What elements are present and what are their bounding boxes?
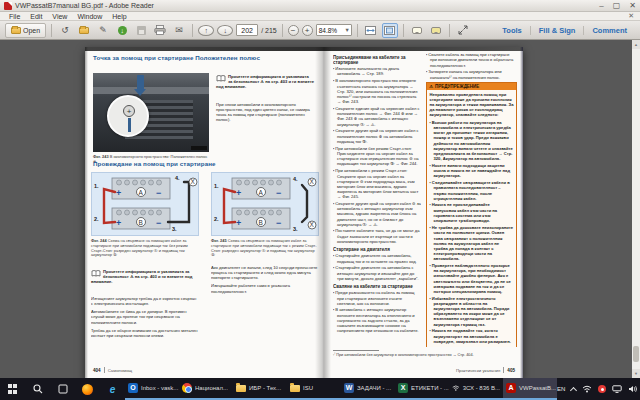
menu-item[interactable]: Help — [107, 13, 131, 20]
battery-a-label: A — [139, 189, 144, 196]
bullet-item: При автомобили без режим Старт-стоп: При… — [333, 146, 421, 167]
scroll-up-icon[interactable]: ▲ — [632, 40, 640, 49]
menu-items: FileEditViewWindowHelp — [4, 13, 132, 20]
figure-caption-text: Схема на свързване на помощния кабел за … — [211, 238, 317, 257]
next-page-button[interactable]: ↓ — [217, 25, 233, 36]
send-icon: ↺ — [61, 25, 69, 35]
annotate-button[interactable] — [428, 23, 444, 38]
email-button[interactable]: ✉ — [171, 23, 187, 38]
updater-tray-icon[interactable] — [598, 385, 606, 393]
tools-button[interactable]: Tools — [494, 26, 529, 35]
export-button[interactable]: ↓ — [114, 23, 130, 38]
title-bar: VWPassatB7manual BG.pdf - Adobe Reader –… — [0, 0, 640, 12]
figure-243-image: + — [93, 73, 209, 152]
tray-expand-icon[interactable] — [570, 386, 577, 393]
taskbar-app-network[interactable]: 3СХ - 836 В... — [449, 378, 503, 400]
section-heading-2: Провеждане на помощ при стартиране — [93, 160, 317, 167]
taskbar-app-folder-ibr[interactable]: ИБР - Тех... — [233, 378, 287, 400]
system-tray: EN 9:36 5.11.2019 — [557, 378, 640, 400]
open-button[interactable]: Open — [5, 23, 46, 38]
volume-icon[interactable] — [628, 385, 638, 393]
bullet-item: Преди разкачването на кабела за помощ пр… — [333, 290, 421, 306]
arrow-down-icon: ↓ — [223, 26, 227, 35]
taskbar-app-adobe-reader[interactable]: A VWPassatB... — [503, 378, 557, 400]
taskbar-app-chrome[interactable]: Национал... — [179, 378, 233, 400]
vertical-scrollbar[interactable]: ▲ ▼ — [632, 40, 640, 378]
document-close-icon[interactable]: ✕ — [628, 12, 636, 20]
taskbar-app-folder-isu[interactable]: ISU — [287, 378, 341, 400]
pdf-page-spread: Точка за помощ при стартиране Положителе… — [85, 47, 523, 378]
fit-width-button[interactable] — [363, 23, 379, 38]
minus-label: − — [156, 188, 161, 198]
app-label: ИБР - Тех... — [249, 385, 281, 391]
menu-item[interactable]: Edit — [25, 13, 47, 20]
send-file-button[interactable]: ↺ — [57, 23, 73, 38]
document-area: Точка за помощ при стартиране Положителе… — [0, 40, 640, 378]
left-column-paragraphs: Изтощеният акумулатор трябва да е корект… — [91, 296, 199, 366]
figure-245-caption: Фиг. 245 Схема на свързване на помощния … — [211, 239, 319, 258]
pinned-browser-button[interactable] — [75, 378, 100, 400]
menu-item[interactable]: View — [47, 13, 72, 20]
step-2-label: 2. — [214, 216, 219, 222]
plus-label: + — [116, 188, 121, 198]
fit-page-icon — [384, 26, 395, 35]
menu-item[interactable]: Window — [72, 13, 107, 20]
menu-item[interactable]: File — [4, 13, 25, 20]
chrome-icon — [182, 383, 192, 393]
annotate-bubble-icon — [431, 27, 441, 34]
warning-bullet-item: Носете винаги подходящи защитни очила и … — [430, 163, 514, 179]
wifi-status-icon[interactable] — [582, 385, 592, 393]
bullet-list: Преди разкачването на кабела за помощ пр… — [333, 290, 421, 333]
comment-bubble-button[interactable] — [409, 23, 425, 38]
task-view-button[interactable] — [50, 378, 75, 400]
plus-label: + — [236, 218, 241, 228]
internet-explorer-button[interactable]: e — [100, 378, 125, 400]
taskbar-app-outlook[interactable]: O Inbox - vask... — [125, 378, 179, 400]
warning-box: ⚠ ПРЕДУПРЕЖДЕНИЕ Неправилно проведената … — [426, 82, 517, 347]
image-code-tag — [191, 146, 207, 150]
black-jumper-cable — [302, 185, 307, 222]
search-button[interactable] — [25, 378, 50, 400]
scroll-down-icon[interactable]: ▼ — [632, 369, 640, 378]
display-tray-icon[interactable] — [612, 385, 622, 393]
taskbar-app-word[interactable]: W ЗАДАЧИ - ... — [341, 378, 395, 400]
wifi-icon — [452, 384, 460, 392]
plus-icon: + — [305, 26, 310, 35]
taskbar-app-excel[interactable]: X ЕТИКЕТИ - ... — [395, 378, 449, 400]
bullet-item: Поставете кабелите така, че да не могат … — [333, 228, 421, 244]
folder-icon — [236, 385, 246, 392]
windows-logo-icon — [8, 384, 17, 393]
subsection-heading: Присъединяване на кабелите за стартиране — [333, 55, 421, 65]
start-button[interactable] — [0, 378, 25, 400]
language-indicator[interactable]: EN — [557, 386, 565, 392]
fullscreen-button[interactable] — [455, 23, 471, 38]
zoom-level-dropdown[interactable]: 84.8% ▾ — [316, 24, 352, 36]
zoom-out-button[interactable]: − — [288, 25, 299, 36]
close-button[interactable]: ✕ — [629, 2, 636, 10]
maximize-button[interactable]: ▢ — [613, 2, 621, 10]
right-page-column-2: Свалете кабела за помощ при стартиране п… — [426, 52, 517, 347]
warning-bullet-item: Никога не подавайте ток, когато акумулат… — [430, 328, 514, 344]
previous-page-button[interactable]: ↑ — [198, 25, 214, 36]
page-number-input[interactable] — [236, 24, 258, 36]
minimize-button[interactable]: – — [599, 2, 603, 10]
fill-sign-button[interactable]: Fill & Sign — [530, 26, 584, 35]
fit-page-button[interactable] — [382, 23, 398, 38]
bullet-item: Свалете кабела за помощ при стартиране п… — [426, 52, 517, 68]
firefox-icon — [82, 384, 93, 395]
export-arrow-icon: ↓ — [118, 26, 127, 35]
comment-panel-button[interactable]: Comment — [583, 26, 635, 35]
bullet-list: Свалете кабела за помощ при стартиране п… — [426, 52, 517, 80]
zoom-in-button[interactable]: + — [302, 25, 313, 36]
print-button[interactable] — [152, 23, 168, 38]
sign-button[interactable]: ✎ — [95, 23, 111, 38]
battery-b-label: B — [259, 219, 263, 226]
minus-icon: − — [291, 26, 296, 35]
safety-note-text: Прочетете информацията и указанията за б… — [216, 74, 314, 89]
pdf-page-right: Присъединяване на кабелите за стартиране… — [322, 47, 523, 378]
save-button[interactable] — [133, 23, 149, 38]
figure-244-caption: Фиг. 244 Схема на свързване на помощния … — [91, 239, 199, 258]
share-button[interactable] — [76, 23, 92, 38]
pen-icon: ✎ — [99, 25, 107, 35]
scrollbar-thumb[interactable] — [633, 346, 639, 362]
